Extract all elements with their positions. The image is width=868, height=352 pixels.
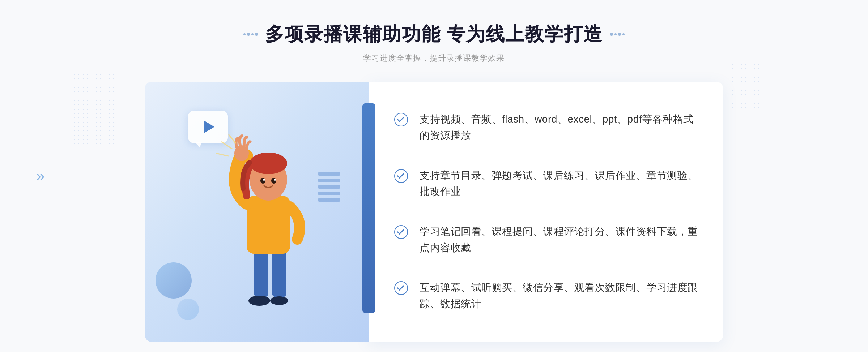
features-panel: 支持视频、音频、flash、word、excel、ppt、pdf等各种格式的资源… xyxy=(369,82,723,342)
svg-point-3 xyxy=(270,296,288,305)
title-dots-right xyxy=(610,33,625,36)
checkmark-2 xyxy=(397,171,404,179)
title-dots-left xyxy=(243,33,258,36)
dot-3 xyxy=(251,33,254,35)
content-area: 支持视频、音频、flash、word、excel、ppt、pdf等各种格式的资源… xyxy=(145,82,723,342)
dot-4 xyxy=(255,33,258,36)
svg-rect-4 xyxy=(247,196,290,254)
dot-1 xyxy=(243,33,246,35)
check-circle-4 xyxy=(394,281,408,295)
character-illustration xyxy=(210,124,326,335)
illustration-panel xyxy=(145,82,369,342)
svg-line-13 xyxy=(221,142,232,149)
svg-line-15 xyxy=(229,134,236,143)
checkmark-4 xyxy=(397,283,404,291)
svg-rect-0 xyxy=(254,246,268,297)
title-row: 多项录播课辅助功能 专为线上教学打造 xyxy=(243,22,625,47)
check-icon-1 xyxy=(394,113,409,127)
checkmark-3 xyxy=(397,227,404,235)
dot-2 xyxy=(247,33,250,36)
chevron-right-icon: » xyxy=(36,168,44,184)
svg-point-10 xyxy=(271,178,276,184)
deco-circle-large xyxy=(156,262,192,299)
dot-7 xyxy=(618,33,621,36)
check-circle-1 xyxy=(394,113,408,126)
svg-point-8 xyxy=(250,153,287,174)
feature-item-4: 互动弹幕、试听购买、微信分享、观看次数限制、学习进度跟踪、数据统计 xyxy=(394,272,698,319)
dot-5 xyxy=(610,33,613,36)
feature-text-2: 支持章节目录、弹题考试、课后练习、课后作业、章节测验、批改作业 xyxy=(420,168,698,200)
check-icon-3 xyxy=(394,225,409,240)
dot-6 xyxy=(614,33,617,35)
dots-decoration-left xyxy=(72,72,116,145)
svg-point-2 xyxy=(248,296,270,306)
checkmark-1 xyxy=(397,115,404,123)
dot-8 xyxy=(622,33,625,35)
svg-point-9 xyxy=(260,178,265,184)
arrow-decoration: » xyxy=(36,168,44,184)
check-icon-2 xyxy=(394,169,409,184)
svg-point-12 xyxy=(274,179,276,181)
feature-text-4: 互动弹幕、试听购买、微信分享、观看次数限制、学习进度跟踪、数据统计 xyxy=(420,280,698,312)
check-icon-4 xyxy=(394,281,409,296)
dots-decoration-right xyxy=(731,58,767,116)
svg-line-14 xyxy=(216,153,229,156)
feature-text-1: 支持视频、音频、flash、word、excel、ppt、pdf等各种格式的资源… xyxy=(420,111,698,144)
check-circle-2 xyxy=(394,169,408,183)
page-title: 多项录播课辅助功能 专为线上教学打造 xyxy=(265,22,603,47)
svg-rect-1 xyxy=(272,246,286,297)
check-circle-3 xyxy=(394,225,408,239)
blue-accent-bar xyxy=(362,103,375,313)
deco-circle-small xyxy=(177,299,199,320)
page-subtitle: 学习进度全掌握，提升录播课教学效果 xyxy=(243,53,625,64)
svg-point-11 xyxy=(263,179,265,181)
feature-item-2: 支持章节目录、弹题考试、课后练习、课后作业、章节测验、批改作业 xyxy=(394,160,698,207)
character-svg xyxy=(210,124,326,333)
feature-text-3: 学习笔记回看、课程提问、课程评论打分、课件资料下载，重点内容收藏 xyxy=(420,224,698,256)
page-container: » 多项录播课辅助功能 专为线上教学打造 学习进度全掌握，提升录播课教学效果 xyxy=(0,0,868,352)
header-section: 多项录播课辅助功能 专为线上教学打造 学习进度全掌握，提升录播课教学效果 xyxy=(243,22,625,64)
feature-item-3: 学习笔记回看、课程提问、课程评论打分、课件资料下载，重点内容收藏 xyxy=(394,216,698,263)
feature-item-1: 支持视频、音频、flash、word、excel、ppt、pdf等各种格式的资源… xyxy=(394,104,698,151)
